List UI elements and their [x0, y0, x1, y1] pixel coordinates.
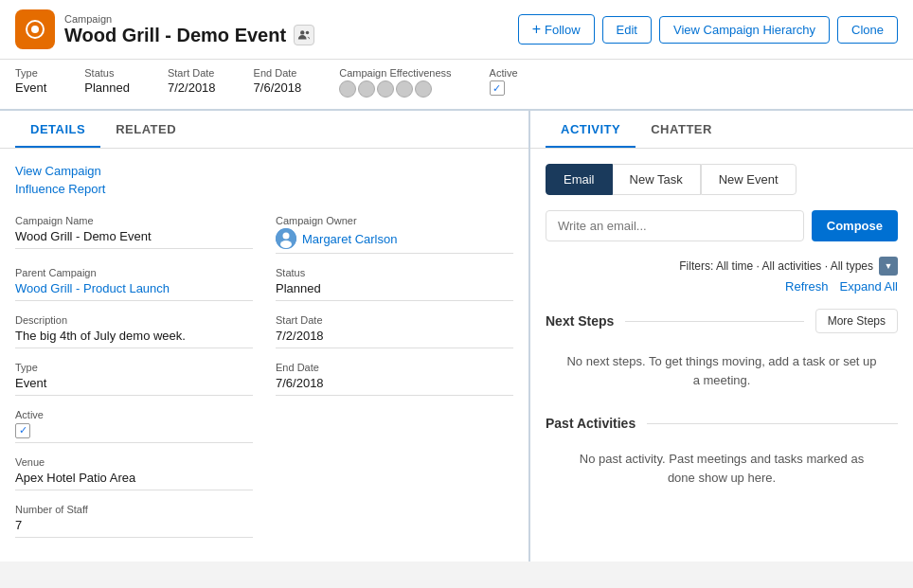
description-value: The big 4th of July demo week. ✏ [15, 328, 253, 348]
meta-status: Status Planned [84, 67, 130, 95]
star-4 [396, 80, 413, 98]
start-date-label-field: Start Date [276, 314, 513, 326]
end-date-label-field: End Date [276, 362, 513, 373]
clone-button[interactable]: Clone [837, 16, 898, 44]
email-input[interactable] [546, 210, 804, 241]
status-field: Status Planned ✏ [276, 267, 513, 301]
start-date-value: 7/2/2018 [168, 80, 216, 95]
venue-value: Apex Hotel Patio Area ✏ [15, 470, 253, 490]
parent-campaign-link[interactable]: Wood Grill - Product Launch [15, 281, 170, 295]
field-col-left-4: Type Event ✏ [15, 362, 253, 409]
past-activities-divider [647, 423, 898, 424]
type-value-field: Event ✏ [15, 375, 253, 396]
new-task-tab-btn[interactable]: New Task [613, 164, 701, 195]
compose-button[interactable]: Compose [812, 210, 898, 241]
tab-chatter[interactable]: CHATTER [636, 111, 727, 148]
status-value: Planned [84, 80, 130, 95]
people-icon[interactable] [294, 25, 314, 45]
field-col-left: Campaign Name Wood Grill - Demo Event ✏ [15, 215, 253, 267]
star-2 [358, 80, 375, 98]
status-label-field: Status [276, 267, 513, 278]
svg-point-1 [31, 26, 39, 33]
field-col-right-4: End Date 7/6/2018 ✏ [276, 362, 513, 409]
more-steps-button[interactable]: More Steps [815, 309, 898, 333]
left-panel: DETAILS RELATED View Campaign Influence … [0, 111, 530, 561]
num-staff-value: 7 ✏ [15, 517, 253, 538]
svg-point-3 [306, 31, 310, 35]
quick-links: View Campaign Influence Report [15, 164, 513, 196]
start-date-field: Start Date 7/2/2018 ✏ [276, 314, 513, 348]
next-steps-empty: No next steps. To get things moving, add… [546, 345, 898, 397]
follow-button[interactable]: + Follow [518, 14, 595, 45]
filter-icon[interactable] [879, 257, 898, 276]
field-col-right: Campaign Owner Margar [276, 215, 513, 267]
owner-avatar [276, 228, 296, 249]
email-tab-btn[interactable]: Email [546, 164, 613, 195]
parent-campaign-field: Parent Campaign Wood Grill - Product Lau… [15, 267, 253, 301]
fields-row-1: Campaign Name Wood Grill - Demo Event ✏ … [15, 215, 513, 267]
end-date-field: End Date 7/6/2018 ✏ [276, 362, 513, 396]
next-steps-divider [625, 321, 803, 322]
field-col-left-3: Description The big 4th of July demo wee… [15, 314, 253, 362]
page-header: Campaign Wood Grill - Demo Event + Follo… [0, 0, 913, 60]
start-date-label: Start Date [168, 67, 216, 79]
past-activities-empty: No past activity. Past meetings and task… [546, 442, 898, 494]
owner-name[interactable]: Margaret Carlson [302, 232, 397, 246]
effectiveness-label: Campaign Effectiveness [339, 67, 451, 79]
tab-activity[interactable]: ACTIVITY [546, 111, 636, 148]
campaign-name-value: Wood Grill - Demo Event ✏ [15, 228, 253, 249]
parent-campaign-value: Wood Grill - Product Launch ✏ [15, 280, 253, 301]
right-panel: ACTIVITY CHATTER Email New Task New Even… [530, 111, 913, 561]
page-title: Wood Grill - Demo Event [64, 25, 314, 46]
filters-text: Filters: All time · All activities · All… [679, 259, 873, 273]
meta-row: Type Event Status Planned Start Date 7/2… [0, 60, 913, 111]
campaign-owner-value: Margaret Carlson ✏ [276, 228, 513, 254]
status-label: Status [84, 67, 130, 79]
venue-field: Venue Apex Hotel Patio Area ✏ [15, 456, 253, 490]
main-layout: DETAILS RELATED View Campaign Influence … [0, 111, 913, 561]
end-date-label: End Date [254, 67, 302, 79]
status-value-field: Planned ✏ [276, 280, 513, 301]
title-text: Wood Grill - Demo Event [64, 25, 286, 46]
tab-related[interactable]: RELATED [100, 111, 191, 148]
new-event-tab-btn[interactable]: New Event [701, 164, 797, 195]
parent-campaign-label: Parent Campaign [15, 267, 253, 278]
field-col-left-2: Parent Campaign Wood Grill - Product Lau… [15, 267, 253, 314]
svg-point-6 [280, 241, 292, 248]
meta-effectiveness: Campaign Effectiveness [339, 67, 451, 98]
past-activities-header: Past Activities [546, 416, 898, 431]
meta-end-date: End Date 7/6/2018 [254, 67, 302, 95]
meta-type: Type Event [15, 67, 46, 95]
past-activities-section: Past Activities No past activity. Past m… [546, 416, 898, 494]
header-title-block: Campaign Wood Grill - Demo Event [64, 13, 314, 46]
activity-tabs: ACTIVITY CHATTER [530, 111, 913, 149]
refresh-expand-row: Refresh Expand All [546, 279, 898, 294]
refresh-link[interactable]: Refresh [785, 279, 829, 294]
field-col-right-7 [276, 504, 513, 551]
meta-active: Active [490, 67, 518, 96]
tab-details[interactable]: DETAILS [15, 111, 100, 148]
description-field: Description The big 4th of July demo wee… [15, 314, 253, 348]
fields-row-7: Number of Staff 7 ✏ [15, 504, 513, 551]
end-date-value-field: 7/6/2018 ✏ [276, 375, 513, 396]
fields-row-6: Venue Apex Hotel Patio Area ✏ [15, 456, 513, 504]
field-col-left-7: Number of Staff 7 ✏ [15, 504, 253, 551]
influence-report-link[interactable]: Influence Report [15, 182, 513, 196]
campaign-name-field: Campaign Name Wood Grill - Demo Event ✏ [15, 215, 253, 249]
meta-start-date: Start Date 7/2/2018 [168, 67, 216, 95]
view-hierarchy-button[interactable]: View Campaign Hierarchy [659, 16, 830, 44]
view-campaign-link[interactable]: View Campaign [15, 164, 513, 178]
star-5 [415, 80, 432, 98]
edit-button[interactable]: Edit [602, 16, 652, 44]
field-col-right-5 [276, 409, 513, 456]
start-date-value-field: 7/2/2018 ✏ [276, 328, 513, 348]
next-steps-header: Next Steps More Steps [546, 309, 898, 333]
campaign-owner-field: Campaign Owner Margar [276, 215, 513, 254]
active-label-field: Active [15, 409, 253, 420]
filter-row: Filters: All time · All activities · All… [546, 257, 898, 276]
expand-all-link[interactable]: Expand All [840, 279, 898, 294]
breadcrumb: Campaign [64, 13, 314, 25]
active-field-checkbox[interactable] [15, 423, 30, 438]
left-tabs: DETAILS RELATED [0, 111, 528, 149]
field-col-right-2: Status Planned ✏ [276, 267, 513, 314]
